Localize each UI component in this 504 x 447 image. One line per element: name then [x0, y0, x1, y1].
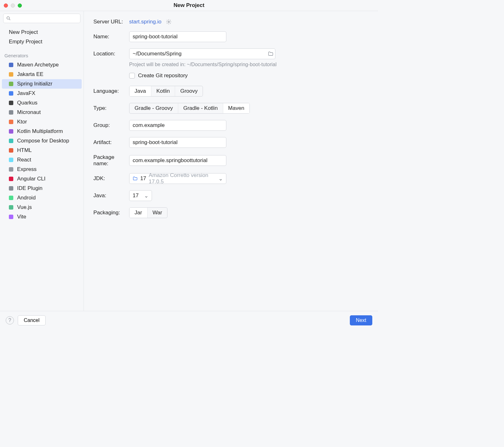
- svg-rect-5: [9, 91, 13, 96]
- cancel-button[interactable]: Cancel: [18, 315, 46, 325]
- generator-label: Spring Initializr: [17, 81, 53, 87]
- java-dropdown[interactable]: 17 ⌄: [129, 190, 152, 201]
- gear-icon[interactable]: [166, 19, 172, 25]
- generator-item-angular-cli[interactable]: Angular CLI: [2, 174, 82, 184]
- svg-rect-7: [9, 110, 13, 115]
- search-input[interactable]: [3, 14, 80, 23]
- generator-item-kotlin-multiplatform[interactable]: Kotlin Multiplatform: [2, 127, 82, 136]
- generator-item-quarkus[interactable]: Quarkus: [2, 98, 82, 108]
- generator-icon: [8, 110, 14, 115]
- generator-label: Vite: [17, 214, 26, 220]
- packaging-option-jar[interactable]: Jar: [129, 208, 147, 218]
- main-form: Server URL: start.spring.io Name: Locati…: [84, 11, 378, 311]
- generators-heading: Generators: [0, 48, 84, 60]
- type-option-gradle-kotlin[interactable]: Gradle - Kotlin: [178, 103, 223, 113]
- next-button[interactable]: Next: [350, 315, 372, 325]
- package-input[interactable]: [129, 155, 226, 166]
- generator-item-vue-js[interactable]: Vue.js: [2, 203, 82, 212]
- generator-item-compose-for-desktop[interactable]: Compose for Desktop: [2, 136, 82, 146]
- window-title: New Project: [0, 2, 378, 9]
- svg-rect-4: [9, 82, 13, 86]
- packaging-segmented: JarWar: [129, 207, 167, 218]
- git-checkbox[interactable]: [129, 73, 135, 79]
- svg-rect-10: [9, 139, 13, 143]
- svg-rect-11: [9, 148, 13, 153]
- generator-icon: [8, 119, 14, 125]
- name-input[interactable]: [129, 31, 226, 42]
- generator-icon: [8, 100, 14, 106]
- chevron-down-icon: ⌄: [144, 192, 148, 199]
- jdk-dropdown[interactable]: 17 Amazon Corretto version 17.0.5 ⌄: [129, 173, 226, 184]
- svg-rect-13: [9, 167, 13, 172]
- generator-label: Jakarta EE: [17, 71, 43, 78]
- search-icon: [6, 16, 11, 21]
- jdk-label: JDK:: [93, 175, 129, 182]
- generator-icon: [8, 214, 14, 220]
- type-option-gradle-groovy[interactable]: Gradle - Groovy: [129, 103, 178, 113]
- svg-rect-2: [9, 63, 13, 67]
- svg-point-19: [168, 21, 170, 23]
- folder-icon[interactable]: [268, 51, 274, 57]
- packaging-option-war[interactable]: War: [147, 208, 167, 218]
- generator-item-vite[interactable]: Vite: [2, 212, 82, 222]
- generator-item-html[interactable]: HTML: [2, 146, 82, 155]
- generator-icon: [8, 148, 14, 153]
- generator-icon: [8, 138, 14, 144]
- generator-label: Vue.js: [17, 204, 32, 211]
- language-option-kotlin[interactable]: Kotlin: [151, 86, 175, 96]
- generator-icon: [8, 186, 14, 191]
- sidebar-item-empty-project[interactable]: Empty Project: [0, 37, 84, 47]
- generator-icon: [8, 157, 14, 163]
- footer: ? Cancel Next: [0, 311, 378, 329]
- generator-label: Kotlin Multiplatform: [17, 128, 63, 135]
- artifact-label: Artifact:: [93, 139, 129, 146]
- language-option-java[interactable]: Java: [129, 86, 151, 96]
- java-value: 17: [133, 192, 139, 199]
- minimize-window-button[interactable]: [11, 3, 15, 8]
- svg-rect-15: [9, 186, 13, 191]
- generator-label: JavaFX: [17, 90, 35, 97]
- titlebar: New Project: [0, 0, 378, 11]
- sidebar: New ProjectEmpty Project Generators Mave…: [0, 11, 84, 311]
- location-input[interactable]: [129, 48, 275, 59]
- generator-item-express[interactable]: Express: [2, 165, 82, 174]
- generator-label: React: [17, 157, 31, 163]
- name-label: Name:: [93, 34, 129, 40]
- generator-item-javafx[interactable]: JavaFX: [2, 89, 82, 98]
- type-segmented: Gradle - GroovyGradle - KotlinMaven: [129, 103, 250, 114]
- java-label: Java:: [93, 192, 129, 199]
- jdk-version: 17: [140, 175, 146, 182]
- generator-item-jakarta-ee[interactable]: Jakarta EE: [2, 70, 82, 79]
- server-url-label: Server URL:: [93, 19, 129, 25]
- help-button[interactable]: ?: [6, 316, 14, 324]
- generator-item-micronaut[interactable]: Micronaut: [2, 108, 82, 117]
- sidebar-item-new-project[interactable]: New Project: [0, 28, 84, 37]
- generator-item-react[interactable]: React: [2, 155, 82, 165]
- generator-item-maven-archetype[interactable]: Maven Archetype: [2, 60, 82, 70]
- language-segmented: JavaKotlinGroovy: [129, 86, 203, 97]
- language-option-groovy[interactable]: Groovy: [175, 86, 203, 96]
- zoom-window-button[interactable]: [18, 3, 22, 8]
- type-option-maven[interactable]: Maven: [223, 103, 249, 113]
- generator-label: IDE Plugin: [17, 185, 42, 192]
- package-label: Package name:: [93, 154, 129, 167]
- close-window-button[interactable]: [4, 3, 8, 8]
- generator-label: Ktor: [17, 119, 27, 125]
- svg-rect-9: [9, 129, 13, 134]
- generator-item-ide-plugin[interactable]: IDE Plugin: [2, 184, 82, 193]
- git-checkbox-label: Create Git repository: [138, 72, 188, 79]
- artifact-input[interactable]: [129, 137, 226, 148]
- svg-rect-8: [9, 120, 13, 124]
- server-url-link[interactable]: start.spring.io: [129, 19, 161, 25]
- generator-icon: [8, 205, 14, 210]
- language-label: Language:: [93, 88, 129, 94]
- svg-point-0: [7, 17, 9, 19]
- svg-rect-16: [9, 196, 13, 200]
- generator-icon: [8, 176, 14, 182]
- generator-item-android[interactable]: Android: [2, 193, 82, 203]
- generator-item-ktor[interactable]: Ktor: [2, 117, 82, 127]
- generator-icon: [8, 91, 14, 96]
- generator-label: Quarkus: [17, 100, 37, 106]
- generator-item-spring-initializr[interactable]: Spring Initializr: [2, 79, 82, 89]
- group-input[interactable]: [129, 120, 226, 131]
